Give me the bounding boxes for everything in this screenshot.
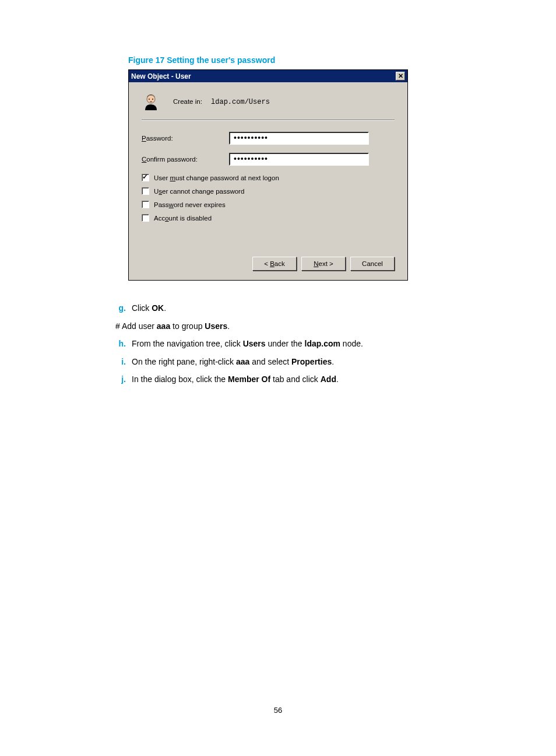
close-button[interactable]: ✕ [396, 72, 405, 80]
step-h: From the navigation tree, click Users un… [132, 336, 455, 352]
step-g: Click OK. [132, 300, 455, 316]
password-label: Password: [142, 135, 229, 142]
step-letter: g. [115, 300, 126, 316]
hash-line: # Add user aaa to group Users. [115, 318, 455, 334]
dialog-title: New Object - User [131, 72, 191, 80]
dialog-titlebar: New Object - User ✕ [129, 70, 407, 82]
checkbox-never-expires[interactable] [142, 201, 149, 208]
create-in-row: Create in: ldap.com/Users [142, 93, 395, 120]
step-letter: j. [115, 372, 126, 387]
checkbox-label: Password never expires [154, 201, 226, 208]
confirm-password-input[interactable]: •••••••••• [229, 153, 369, 166]
checkbox-disabled[interactable] [142, 214, 149, 222]
svg-point-2 [152, 99, 153, 100]
back-button[interactable]: < Back [252, 257, 297, 271]
create-in-label: Create in: [173, 98, 202, 105]
step-i: On the right pane, right-click aaa and s… [132, 354, 455, 370]
checkbox-label: User must change password at next logon [154, 174, 279, 181]
user-icon [142, 93, 160, 111]
confirm-password-label: Confirm password: [142, 156, 229, 163]
password-input[interactable]: •••••••••• [229, 132, 369, 145]
checkbox-must-change[interactable] [142, 174, 149, 181]
instruction-text: g. Click OK. # Add user aaa to group Use… [128, 300, 455, 387]
next-button[interactable]: Next > [301, 257, 346, 271]
checkbox-group: User must change password at next logon … [142, 174, 395, 222]
step-letter: i. [115, 354, 126, 370]
checkbox-cannot-change[interactable] [142, 187, 149, 195]
cancel-button[interactable]: Cancel [350, 257, 395, 271]
svg-point-1 [149, 99, 150, 100]
step-j: In the dialog box, click the Member Of t… [132, 372, 455, 387]
figure-caption: Figure 17 Setting the user's password [128, 55, 455, 65]
checkbox-label: User cannot change password [154, 188, 244, 195]
dialog-new-object-user: New Object - User ✕ Create in: [128, 69, 408, 281]
page-number: 56 [0, 706, 556, 715]
step-letter: h. [115, 336, 126, 352]
create-in-path: ldap.com/Users [211, 98, 270, 106]
checkbox-label: Account is disabled [154, 215, 212, 222]
